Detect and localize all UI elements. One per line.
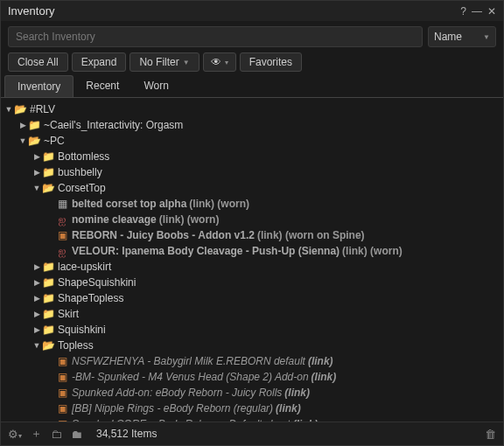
caret-right-icon: ▶ — [32, 278, 41, 287]
object-icon: ▣ — [55, 371, 69, 383]
item-count: 34,512 Items — [96, 428, 476, 440]
folder-open-icon: 📂 — [41, 339, 55, 352]
favorites-button[interactable]: Favorites — [240, 52, 302, 72]
caret-down-icon: ▼ — [32, 341, 41, 350]
folder-shapetopless[interactable]: ▶📁ShapeTopless — [1, 290, 503, 306]
folder-icon: 📁 — [41, 292, 55, 304]
folder-icon: 📁 — [27, 119, 41, 131]
caret-right-icon: ▶ — [18, 121, 27, 129]
tattoo-icon: ஐ — [55, 245, 69, 257]
caret-right-icon: ▶ — [32, 294, 41, 303]
folder-laceupskirt[interactable]: ▶📁lace-upskirt — [1, 259, 503, 275]
folder-icon: 📁 — [41, 276, 55, 289]
folder-open-icon: 📂 — [27, 135, 41, 147]
item-tattoo[interactable]: ஐVELOUR: Ipanema Body Cleavage - Push-Up… — [1, 243, 503, 259]
help-icon[interactable]: ? — [460, 5, 466, 17]
object-icon: ▣ — [55, 229, 69, 241]
folder-icon[interactable]: 🗀 — [51, 428, 62, 441]
filter-dropdown[interactable]: No Filter▼ — [130, 52, 199, 72]
caret-down-icon: ▼ — [4, 105, 13, 114]
item-object[interactable]: ▣-BM- Spunked - M4 Venus Head (Shape 2) … — [1, 369, 503, 385]
folder-squishkini[interactable]: ▶📁Squishkini — [1, 322, 503, 338]
alpha-icon: ▦ — [55, 198, 69, 210]
folder-caeil[interactable]: ▶📁~Caeil's_Interactivity: Orgasm — [1, 117, 503, 133]
folder-icon: 📁 — [41, 150, 55, 163]
visibility-dropdown[interactable]: 👁▾ — [203, 52, 236, 72]
folder-pc[interactable]: ▼📂~PC — [1, 133, 503, 149]
minimize-icon[interactable]: — — [472, 5, 482, 17]
tab-worn[interactable]: Worn — [131, 75, 180, 97]
item-object[interactable]: ▣[BB] Nipple Rings - eBody Reborn (regul… — [1, 401, 503, 416]
window-title: Inventory — [8, 4, 455, 17]
folder-rlv[interactable]: ▼📂#RLV — [1, 101, 503, 117]
tab-recent[interactable]: Recent — [74, 75, 131, 97]
chevron-down-icon: ▼ — [183, 59, 190, 66]
chevron-down-icon: ▼ — [483, 33, 490, 41]
caret-right-icon: ▶ — [32, 152, 41, 161]
close-all-button[interactable]: Close All — [8, 52, 68, 72]
folder-icon: 📁 — [41, 324, 55, 336]
caret-down-icon: ▼ — [18, 136, 27, 145]
folder-icon: 📁 — [41, 261, 55, 273]
caret-right-icon: ▶ — [32, 262, 41, 271]
item-tattoo[interactable]: ஐnomine cleavage(link) (worn) — [1, 212, 503, 227]
folder-topless[interactable]: ▼📂Topless — [1, 338, 503, 353]
sort-dropdown[interactable]: Name ▼ — [428, 26, 496, 47]
suitcase-icon[interactable]: 🖿 — [71, 428, 82, 441]
search-input[interactable] — [8, 26, 423, 47]
status-bar: ⚙▾ ＋ 🗀 🖿 34,512 Items 🗑 — [1, 422, 503, 445]
caret-down-icon: ▼ — [32, 184, 41, 192]
object-icon: ▣ — [55, 387, 69, 399]
folder-shapesquish[interactable]: ▶📁ShapeSquishkini — [1, 275, 503, 290]
folder-bottomless[interactable]: ▶📁Bottomless — [1, 149, 503, 164]
item-alpha[interactable]: ▦belted corset top alpha(link) (worn) — [1, 196, 503, 212]
folder-bushbelly[interactable]: ▶📁bushbelly — [1, 164, 503, 180]
folder-icon: 📁 — [41, 166, 55, 178]
trash-icon[interactable]: 🗑 — [485, 428, 496, 441]
tattoo-icon: ஐ — [55, 213, 69, 226]
titlebar: Inventory ? — ✕ — [1, 1, 503, 21]
gear-icon[interactable]: ⚙▾ — [8, 428, 22, 441]
inventory-tree[interactable]: ▼📂#RLV ▶📁~Caeil's_Interactivity: Orgasm … — [1, 98, 503, 422]
item-object[interactable]: ▣NSFWZHENYA - Babygirl Milk E.REBORN def… — [1, 353, 503, 369]
item-object[interactable]: ▣Spunked CORE: eBody Reborn - Default ch… — [1, 416, 503, 422]
sort-label: Name — [434, 31, 462, 43]
eye-icon: 👁 — [211, 56, 221, 68]
item-object[interactable]: ▣Spunked Add-on: eBody Reborn - Juicy Ro… — [1, 385, 503, 401]
folder-corsettop[interactable]: ▼📂CorsetTop — [1, 180, 503, 196]
object-icon: ▣ — [55, 402, 69, 415]
item-object[interactable]: ▣REBORN - Juicy Boobs - Addon v1.2(link)… — [1, 227, 503, 243]
caret-right-icon: ▶ — [32, 325, 41, 334]
add-icon[interactable]: ＋ — [31, 426, 42, 442]
object-icon: ▣ — [55, 355, 69, 367]
folder-open-icon: 📂 — [13, 103, 27, 115]
caret-right-icon: ▶ — [32, 310, 41, 318]
folder-skirt[interactable]: ▶📁Skirt — [1, 306, 503, 322]
tab-inventory[interactable]: Inventory — [4, 75, 74, 97]
chevron-down-icon: ▾ — [225, 59, 228, 66]
caret-right-icon: ▶ — [32, 168, 41, 177]
folder-icon: 📁 — [41, 308, 55, 320]
folder-open-icon: 📂 — [41, 182, 55, 194]
object-icon: ▣ — [55, 418, 69, 422]
close-icon[interactable]: ✕ — [487, 5, 496, 17]
expand-button[interactable]: Expand — [72, 52, 127, 72]
